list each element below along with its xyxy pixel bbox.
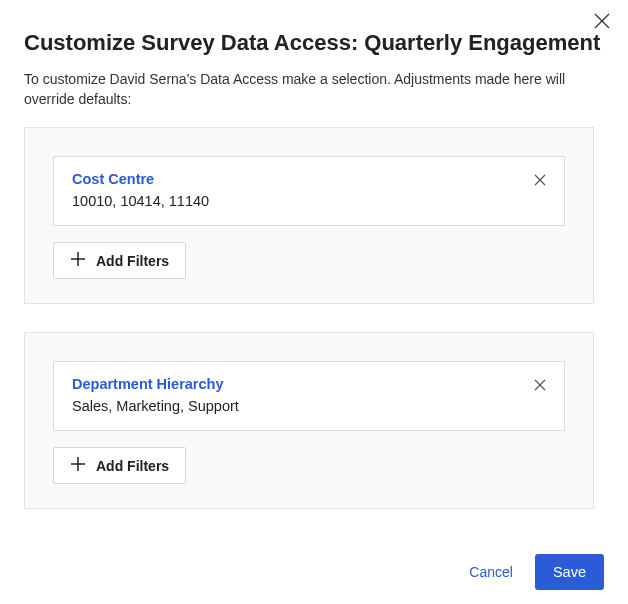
filter-values: 10010, 10414, 11140 (72, 193, 546, 209)
save-button[interactable]: Save (535, 554, 604, 590)
add-filters-button[interactable]: Add Filters (53, 447, 186, 484)
dialog-title: Customize Survey Data Access: Quarterly … (24, 30, 604, 56)
filter-section-department-hierarchy: Department Hierarchy Sales, Marketing, S… (24, 332, 594, 509)
filter-card[interactable]: Cost Centre 10010, 10414, 11140 (53, 156, 565, 226)
add-filters-label: Add Filters (96, 253, 169, 269)
dialog-subtitle: To customize David Serna's Data Access m… (24, 70, 584, 109)
cancel-button[interactable]: Cancel (469, 564, 513, 580)
filter-label: Cost Centre (72, 171, 546, 187)
filter-label: Department Hierarchy (72, 376, 546, 392)
close-icon (534, 379, 546, 394)
customize-data-access-dialog: Customize Survey Data Access: Quarterly … (0, 0, 628, 604)
close-icon (534, 174, 546, 189)
remove-filter-button[interactable] (530, 376, 550, 396)
remove-filter-button[interactable] (530, 171, 550, 191)
dialog-scroll-area[interactable]: Cost Centre 10010, 10414, 11140 Add (24, 127, 604, 522)
plus-icon (70, 251, 86, 270)
plus-icon (70, 456, 86, 475)
add-filters-label: Add Filters (96, 458, 169, 474)
dialog-footer: Cancel Save (0, 540, 628, 604)
close-icon (594, 13, 610, 32)
add-filters-button[interactable]: Add Filters (53, 242, 186, 279)
filter-section-cost-centre: Cost Centre 10010, 10414, 11140 Add (24, 127, 594, 304)
dialog-close-button[interactable] (588, 8, 616, 36)
filter-values: Sales, Marketing, Support (72, 398, 546, 414)
filter-card[interactable]: Department Hierarchy Sales, Marketing, S… (53, 361, 565, 431)
